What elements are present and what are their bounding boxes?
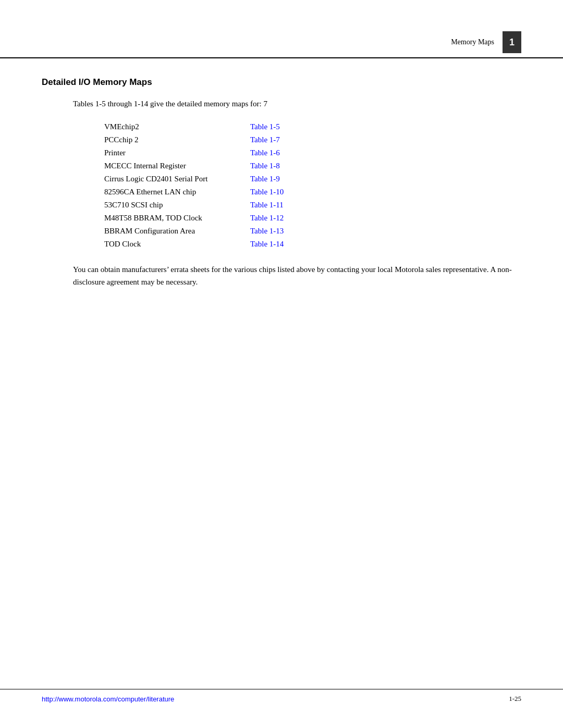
item-label: TOD Clock [104, 240, 250, 249]
item-link[interactable]: Table 1-13 [250, 227, 284, 236]
list-item: 82596CA Ethernet LAN chip Table 1-10 [104, 188, 521, 196]
item-label: M48T58 BBRAM, TOD Clock [104, 214, 250, 223]
section-heading: Detailed I/O Memory Maps [42, 77, 521, 88]
page: Memory Maps 1 Detailed I/O Memory Maps T… [0, 0, 563, 728]
header-title: Memory Maps [451, 38, 494, 46]
item-link[interactable]: Table 1-11 [250, 201, 284, 209]
item-link[interactable]: Table 1-14 [250, 240, 284, 249]
item-link[interactable]: Table 1-8 [250, 162, 280, 170]
item-link[interactable]: Table 1-6 [250, 149, 280, 157]
list-item: M48T58 BBRAM, TOD Clock Table 1-12 [104, 214, 521, 223]
list-item: TOD Clock Table 1-14 [104, 240, 521, 249]
list-item: PCCchip 2 Table 1-7 [104, 135, 521, 144]
list-item: 53C710 SCSI chip Table 1-11 [104, 201, 521, 209]
list-item: VMEchip2 Table 1-5 [104, 122, 521, 131]
chapter-tab: 1 [503, 31, 521, 53]
item-link[interactable]: Table 1-10 [250, 188, 284, 196]
item-label: PCCchip 2 [104, 135, 250, 144]
item-link[interactable]: Table 1-7 [250, 135, 280, 144]
list-item: Printer Table 1-6 [104, 149, 521, 157]
page-header: Memory Maps 1 [0, 0, 563, 58]
list-item: BBRAM Configuration Area Table 1-13 [104, 227, 521, 236]
main-content: Detailed I/O Memory Maps Tables 1-5 thro… [0, 58, 563, 319]
item-link[interactable]: Table 1-5 [250, 122, 280, 131]
list-item: Cirrus Logic CD2401 Serial Port Table 1-… [104, 175, 521, 183]
body-paragraph: You can obtain manufacturers’ errata she… [73, 263, 521, 288]
item-label: 53C710 SCSI chip [104, 201, 250, 209]
item-label: BBRAM Configuration Area [104, 227, 250, 236]
item-label: MCECC Internal Register [104, 162, 250, 170]
list-item: MCECC Internal Register Table 1-8 [104, 162, 521, 170]
intro-paragraph: Tables 1-5 through 1-14 give the detaile… [73, 98, 521, 110]
page-footer: http://www.motorola.com/computer/literat… [0, 689, 563, 703]
item-link[interactable]: Table 1-12 [250, 214, 284, 223]
item-label: 82596CA Ethernet LAN chip [104, 188, 250, 196]
table-list: VMEchip2 Table 1-5 PCCchip 2 Table 1-7 P… [104, 122, 521, 249]
page-number: 1-25 [509, 695, 521, 703]
header-right: Memory Maps 1 [451, 31, 521, 53]
item-label: Cirrus Logic CD2401 Serial Port [104, 175, 250, 183]
item-label: VMEchip2 [104, 122, 250, 131]
footer-link[interactable]: http://www.motorola.com/computer/literat… [42, 695, 174, 703]
item-link[interactable]: Table 1-9 [250, 175, 280, 183]
item-label: Printer [104, 149, 250, 157]
